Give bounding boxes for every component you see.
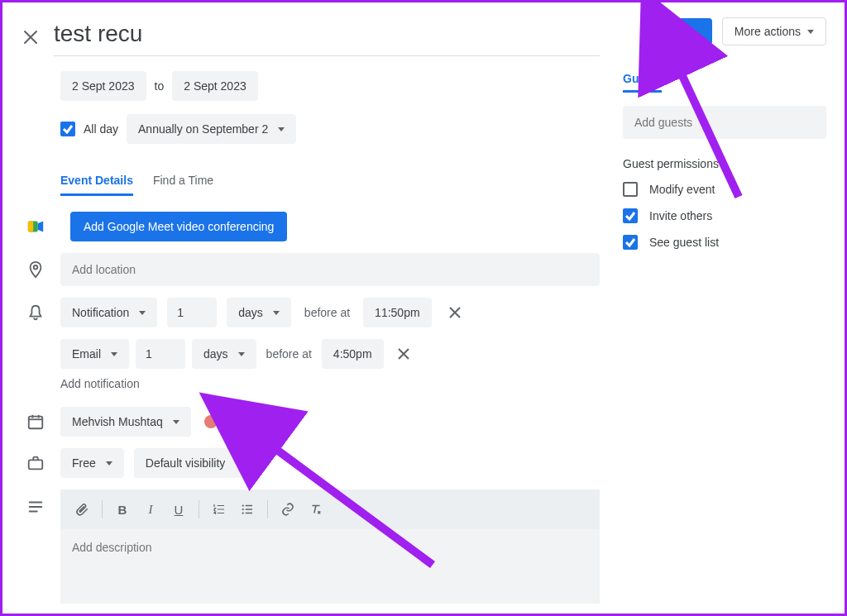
svg-rect-4: [29, 417, 43, 429]
location-icon: [21, 260, 50, 279]
recurrence-label: Annually on September 2: [138, 122, 268, 136]
calendar-icon: [21, 413, 50, 431]
notif-time-chip[interactable]: 4:50pm: [322, 339, 384, 369]
svg-rect-5: [29, 460, 43, 469]
before-at-label: before at: [263, 347, 315, 361]
chevron-down-icon: [226, 420, 232, 424]
modify-event-checkbox[interactable]: [623, 182, 638, 197]
chevron-down-icon: [139, 311, 146, 315]
chevron-down-icon: [238, 352, 245, 356]
link-icon[interactable]: [275, 496, 301, 523]
modify-event-label: Modify event: [649, 183, 715, 196]
notif-unit-dropdown[interactable]: days: [192, 339, 256, 369]
close-icon[interactable]: [21, 27, 41, 47]
see-guest-list-checkbox[interactable]: [623, 235, 638, 250]
more-actions-label: More actions: [735, 25, 801, 38]
all-day-label: All day: [84, 122, 118, 136]
chevron-down-icon: [807, 30, 814, 34]
svg-rect-1: [28, 222, 33, 232]
notif-type-dropdown[interactable]: Email: [60, 339, 129, 369]
notif-amount-input[interactable]: 1: [136, 339, 185, 369]
notif-type-dropdown[interactable]: Notification: [60, 298, 157, 327]
bulleted-list-icon[interactable]: [234, 496, 261, 523]
tab-guests[interactable]: Guests: [623, 72, 662, 93]
invite-others-checkbox[interactable]: [623, 208, 638, 223]
notif-time-chip[interactable]: 11:50pm: [363, 298, 431, 327]
see-guest-list-label: See guest list: [649, 236, 719, 249]
remove-notification-icon[interactable]: [390, 341, 417, 367]
calendar-owner-dropdown[interactable]: Mehvish Mushtaq: [60, 407, 191, 437]
all-day-checkbox[interactable]: [60, 122, 75, 136]
availability-dropdown[interactable]: Free: [60, 448, 124, 478]
chevron-down-icon: [235, 461, 242, 466]
add-guests-input[interactable]: [623, 106, 826, 139]
tab-event-details[interactable]: Event Details: [60, 167, 133, 196]
end-date-chip[interactable]: 2 Sept 2023: [172, 71, 258, 101]
color-dot-icon: [204, 415, 218, 428]
notif-amount-input[interactable]: 1: [167, 298, 217, 327]
svg-marker-2: [38, 222, 43, 232]
add-meet-button[interactable]: Add Google Meet video conferencing: [70, 212, 287, 241]
clear-formatting-icon[interactable]: [303, 496, 329, 523]
meet-icon: [21, 217, 50, 236]
svg-point-8: [242, 512, 244, 513]
visibility-dropdown[interactable]: Default visibility: [134, 448, 253, 478]
notif-unit-dropdown[interactable]: days: [227, 298, 291, 327]
before-at-label: before at: [301, 306, 353, 319]
remove-notification-icon[interactable]: [442, 299, 468, 326]
svg-point-3: [34, 265, 38, 270]
chevron-down-icon: [278, 127, 285, 131]
svg-point-6: [242, 504, 244, 506]
chevron-down-icon: [111, 352, 117, 356]
numbered-list-icon[interactable]: [206, 496, 232, 523]
event-title-input[interactable]: [54, 17, 600, 56]
chevron-down-icon: [273, 311, 280, 315]
bold-icon[interactable]: B: [109, 496, 136, 523]
notification-icon: [21, 303, 50, 322]
guest-permissions-heading: Guest permissions: [623, 157, 826, 170]
italic-icon[interactable]: I: [137, 496, 164, 523]
description-icon: [21, 498, 50, 516]
recurrence-dropdown[interactable]: Annually on September 2: [127, 114, 296, 144]
attachment-icon[interactable]: [69, 496, 95, 523]
svg-point-7: [242, 509, 244, 510]
chevron-down-icon: [106, 461, 112, 466]
location-input[interactable]: [60, 253, 600, 286]
start-date-chip[interactable]: 2 Sept 2023: [60, 71, 146, 101]
briefcase-icon: [21, 454, 50, 472]
more-actions-button[interactable]: More actions: [722, 17, 826, 45]
save-button[interactable]: Save: [646, 18, 712, 45]
invite-others-label: Invite others: [649, 209, 712, 222]
event-color-picker[interactable]: [201, 412, 236, 432]
tab-find-a-time[interactable]: Find a Time: [153, 167, 213, 196]
to-label: to: [155, 79, 165, 93]
description-toolbar: B I U: [60, 489, 600, 529]
underline-icon[interactable]: U: [165, 496, 192, 523]
add-notification-link[interactable]: Add notification: [60, 377, 140, 390]
chevron-down-icon: [173, 420, 179, 424]
description-input[interactable]: [60, 529, 600, 604]
